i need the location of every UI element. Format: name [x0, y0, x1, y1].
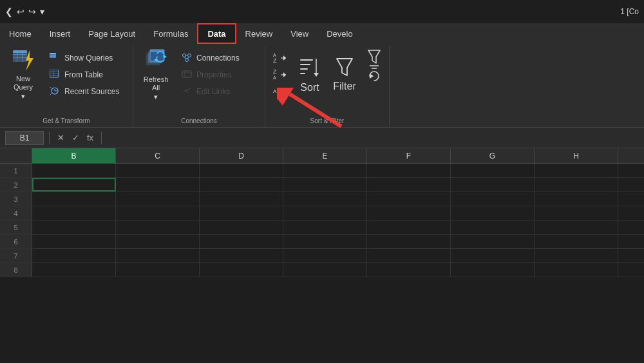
cell-f5[interactable]: [367, 221, 451, 234]
svg-marker-40: [283, 55, 286, 61]
menu-view[interactable]: View: [281, 23, 317, 44]
cell-e8[interactable]: [283, 263, 367, 277]
col-header-b[interactable]: B: [32, 148, 116, 163]
cell-c2[interactable]: [116, 178, 200, 191]
cell-f3[interactable]: [367, 192, 451, 206]
menu-formulas[interactable]: Formulas: [144, 23, 197, 44]
edit-links-button: Edit Links: [177, 84, 261, 99]
sort-az-button[interactable]: A Z: [269, 50, 291, 66]
cell-d5[interactable]: [200, 221, 283, 234]
cell-h8[interactable]: [535, 263, 618, 277]
from-table-button[interactable]: From Table: [45, 67, 129, 83]
cell-e6[interactable]: [283, 235, 367, 248]
cell-b2[interactable]: [32, 178, 116, 191]
menu-developer[interactable]: Develo: [317, 23, 361, 44]
cell-g1[interactable]: [451, 164, 535, 177]
filter-button[interactable]: Filter: [328, 49, 361, 101]
cell-e3[interactable]: [283, 192, 367, 206]
cell-c3[interactable]: [116, 192, 200, 206]
formula-input-divider: [101, 132, 102, 144]
cell-e1[interactable]: [283, 164, 367, 177]
col-header-c[interactable]: C: [116, 148, 200, 163]
name-box[interactable]: B1: [5, 131, 44, 145]
confirm-formula-icon[interactable]: ✓: [70, 133, 82, 142]
cell-d3[interactable]: [200, 192, 283, 206]
cell-h6[interactable]: [535, 235, 618, 248]
cell-c6[interactable]: [116, 235, 200, 248]
cancel-formula-icon[interactable]: ✕: [55, 133, 67, 142]
fx-icon[interactable]: fx: [84, 133, 96, 142]
sort-advanced-button[interactable]: A: [269, 84, 291, 99]
cell-h2[interactable]: [535, 178, 618, 191]
cell-d2[interactable]: [200, 178, 283, 191]
col-header-h[interactable]: H: [535, 148, 618, 163]
cell-b7[interactable]: [32, 249, 116, 262]
col-header-g[interactable]: G: [451, 148, 535, 163]
menu-home[interactable]: Home: [0, 23, 41, 44]
col-header-d[interactable]: D: [200, 148, 283, 163]
cell-b5[interactable]: [32, 221, 116, 234]
refresh-all-label: Refresh All ▾: [140, 75, 172, 101]
cell-h5[interactable]: [535, 221, 618, 234]
cell-d6[interactable]: [200, 235, 283, 248]
cell-c1[interactable]: [116, 164, 200, 177]
cell-d1[interactable]: [200, 164, 283, 177]
cell-g4[interactable]: [451, 206, 535, 220]
refresh-all-button[interactable]: Refresh All ▾: [137, 49, 175, 101]
new-query-button[interactable]: New Query ▾: [4, 49, 43, 101]
cell-f7[interactable]: [367, 249, 451, 262]
formula-input[interactable]: [107, 131, 639, 145]
cell-e4[interactable]: [283, 206, 367, 220]
cell-c4[interactable]: [116, 206, 200, 220]
customize-icon[interactable]: ▾: [40, 6, 44, 17]
sort-button[interactable]: Sort: [294, 49, 326, 101]
cell-c8[interactable]: [116, 263, 200, 277]
cell-d8[interactable]: [200, 263, 283, 277]
cell-b1[interactable]: [32, 164, 116, 177]
cell-h4[interactable]: [535, 206, 618, 220]
cell-e7[interactable]: [283, 249, 367, 262]
recent-sources-button[interactable]: Recent Sources: [45, 84, 129, 99]
cell-f4[interactable]: [367, 206, 451, 220]
cell-g6[interactable]: [451, 235, 535, 248]
cell-e2[interactable]: [283, 178, 367, 191]
menu-page-layout[interactable]: Page Layout: [79, 23, 144, 44]
advanced-filter-button[interactable]: [363, 53, 385, 68]
undo-icon[interactable]: ↩: [17, 6, 24, 17]
new-query-icon: [12, 49, 35, 72]
connections-button[interactable]: Connections: [177, 50, 261, 66]
menu-review[interactable]: Review: [236, 23, 282, 44]
cell-b6[interactable]: [32, 235, 116, 248]
row-num-1: 1: [0, 164, 32, 177]
sort-za-button[interactable]: Z A: [269, 67, 291, 83]
cell-b4[interactable]: [32, 206, 116, 220]
cell-d7[interactable]: [200, 249, 283, 262]
menu-insert[interactable]: Insert: [41, 23, 80, 44]
cell-d4[interactable]: [200, 206, 283, 220]
cell-g2[interactable]: [451, 178, 535, 191]
cell-f2[interactable]: [367, 178, 451, 191]
menu-data[interactable]: Data: [197, 23, 236, 44]
col-header-e[interactable]: E: [283, 148, 367, 163]
cell-h1[interactable]: [535, 164, 618, 177]
cell-h7[interactable]: [535, 249, 618, 262]
back-icon[interactable]: ❮: [5, 6, 13, 17]
cell-g3[interactable]: [451, 192, 535, 206]
cell-e5[interactable]: [283, 221, 367, 234]
svg-text:A: A: [273, 53, 276, 57]
col-header-f[interactable]: F: [367, 148, 451, 163]
cell-f6[interactable]: [367, 235, 451, 248]
cell-h3[interactable]: [535, 192, 618, 206]
cell-c5[interactable]: [116, 221, 200, 234]
cell-f1[interactable]: [367, 164, 451, 177]
cell-b8[interactable]: [32, 263, 116, 277]
reapply-button[interactable]: [363, 68, 385, 84]
redo-icon[interactable]: ↪: [28, 6, 36, 17]
cell-c7[interactable]: [116, 249, 200, 262]
show-queries-button[interactable]: Show Queries: [45, 50, 129, 66]
cell-g7[interactable]: [451, 249, 535, 262]
cell-g5[interactable]: [451, 221, 535, 234]
cell-f8[interactable]: [367, 263, 451, 277]
cell-g8[interactable]: [451, 263, 535, 277]
cell-b3[interactable]: [32, 192, 116, 206]
